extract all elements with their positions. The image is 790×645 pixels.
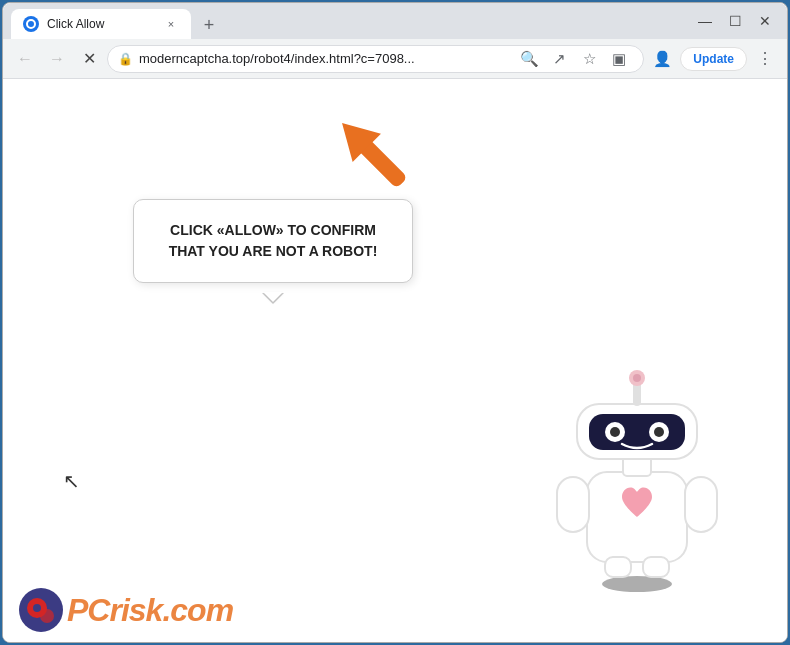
pcrisk-logo [19, 588, 63, 632]
search-icon[interactable]: 🔍 [515, 45, 543, 73]
tab-title: Click Allow [47, 17, 155, 31]
profile-icon[interactable]: 👤 [648, 45, 676, 73]
forward-button[interactable]: → [43, 45, 71, 73]
lock-icon: 🔒 [118, 52, 133, 66]
bubble-text: CLICK «ALLOW» TO CONFIRM THAT YOU ARE NO… [158, 220, 388, 262]
active-tab[interactable]: Click Allow × [11, 9, 191, 39]
close-button[interactable]: ✕ [751, 7, 779, 35]
bookmark-icon[interactable]: ☆ [575, 45, 603, 73]
svg-rect-6 [685, 477, 717, 532]
robot-svg [547, 362, 727, 592]
tab-favicon [23, 16, 39, 32]
update-button[interactable]: Update [680, 47, 747, 71]
pcrisk-watermark: PCrisk.com [19, 588, 233, 632]
share-icon[interactable]: ↗ [545, 45, 573, 73]
svg-rect-7 [605, 557, 631, 577]
pc-text: PC [67, 592, 109, 628]
back-button[interactable]: ← [11, 45, 39, 73]
address-bar[interactable]: 🔒 moderncaptcha.top/robot4/index.html?c=… [107, 45, 644, 73]
robot-illustration [547, 362, 727, 582]
svg-point-3 [602, 576, 672, 592]
svg-rect-11 [589, 414, 685, 450]
svg-point-22 [40, 609, 54, 623]
window-controls: — ☐ ✕ [691, 7, 779, 35]
nav-bar: ← → ✕ 🔒 moderncaptcha.top/robot4/index.h… [3, 39, 787, 79]
browser-window: Click Allow × + — ☐ ✕ ← → ✕ 🔒 moderncapt… [2, 2, 788, 643]
title-bar: Click Allow × + — ☐ ✕ [3, 3, 787, 39]
menu-button[interactable]: ⋮ [751, 45, 779, 73]
address-bar-icons: 🔍 ↗ ☆ ▣ [515, 45, 633, 73]
svg-point-14 [610, 427, 620, 437]
mouse-cursor: ↖ [63, 469, 80, 493]
page-content: CLICK «ALLOW» TO CONFIRM THAT YOU ARE NO… [3, 79, 787, 642]
tab-close-button[interactable]: × [163, 16, 179, 32]
new-tab-button[interactable]: + [195, 11, 223, 39]
svg-rect-5 [557, 477, 589, 532]
maximize-button[interactable]: ☐ [721, 7, 749, 35]
speech-bubble: CLICK «ALLOW» TO CONFIRM THAT YOU ARE NO… [133, 199, 413, 283]
reload-button[interactable]: ✕ [75, 45, 103, 73]
svg-rect-8 [643, 557, 669, 577]
svg-point-21 [33, 604, 41, 612]
minimize-button[interactable]: — [691, 7, 719, 35]
url-text: moderncaptcha.top/robot4/index.html?c=70… [139, 51, 509, 66]
svg-point-18 [633, 374, 641, 382]
risk-text: risk.com [109, 592, 233, 628]
reader-mode-icon[interactable]: ▣ [605, 45, 633, 73]
pcrisk-text: PCrisk.com [67, 592, 233, 629]
tab-area: Click Allow × + [11, 3, 687, 39]
svg-point-15 [654, 427, 664, 437]
